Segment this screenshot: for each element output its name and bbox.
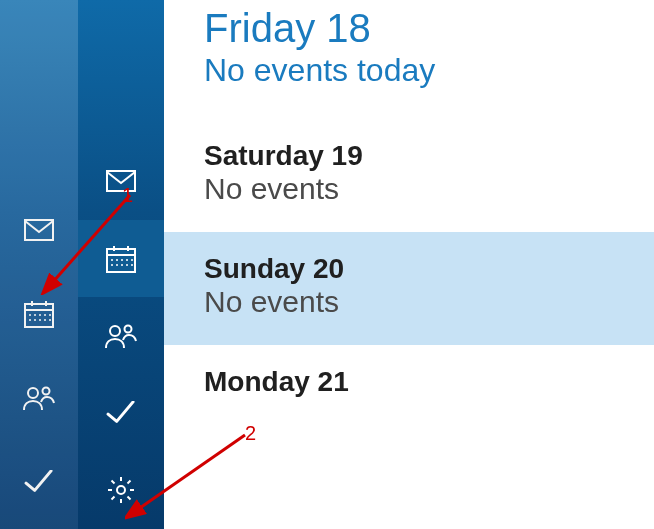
svg-point-30 <box>111 259 113 261</box>
svg-point-16 <box>44 314 46 316</box>
day-row[interactable]: Monday 21 <box>164 345 654 408</box>
day-row-highlighted[interactable]: Sunday 20 No events <box>164 232 654 345</box>
svg-point-15 <box>39 314 41 316</box>
nav-people[interactable] <box>0 356 78 440</box>
people-icon <box>105 323 137 349</box>
svg-point-14 <box>34 314 36 316</box>
svg-point-38 <box>126 264 128 266</box>
svg-point-32 <box>121 259 123 261</box>
svg-line-47 <box>112 481 115 484</box>
svg-point-22 <box>49 319 51 321</box>
svg-point-18 <box>29 319 31 321</box>
svg-point-42 <box>117 486 125 494</box>
day-row[interactable]: Saturday 19 No events <box>164 119 654 232</box>
calendar-icon <box>24 300 54 328</box>
svg-point-24 <box>43 388 50 395</box>
day-title: Friday 18 <box>204 6 614 50</box>
day-title: Monday 21 <box>204 367 614 398</box>
nav-mail-wide[interactable] <box>78 143 164 220</box>
svg-line-48 <box>128 497 131 500</box>
svg-point-13 <box>29 314 31 316</box>
svg-point-37 <box>121 264 123 266</box>
svg-point-34 <box>131 259 133 261</box>
calendar-icon <box>106 245 136 273</box>
svg-point-23 <box>28 388 38 398</box>
rail-spacer <box>78 0 164 143</box>
todo-icon <box>24 470 54 494</box>
day-subtitle: No events <box>204 285 614 319</box>
day-title: Sunday 20 <box>204 254 614 285</box>
svg-rect-25 <box>107 171 135 191</box>
settings-icon <box>107 476 135 504</box>
svg-point-21 <box>44 319 46 321</box>
svg-point-17 <box>49 314 51 316</box>
nav-calendar[interactable] <box>0 272 78 356</box>
svg-rect-0 <box>25 220 53 240</box>
nav-calendar-wide[interactable] <box>78 220 164 297</box>
nav-todo-wide[interactable] <box>78 374 164 451</box>
nav-people-wide[interactable] <box>78 297 164 374</box>
svg-line-50 <box>128 481 131 484</box>
svg-point-33 <box>126 259 128 261</box>
mail-icon <box>24 219 54 241</box>
day-subtitle: No events today <box>204 52 614 89</box>
nav-mail[interactable] <box>0 188 78 272</box>
svg-point-41 <box>125 325 132 332</box>
svg-point-19 <box>34 319 36 321</box>
todo-icon <box>106 401 136 425</box>
svg-point-31 <box>116 259 118 261</box>
agenda-pane: Friday 18 No events today Saturday 19 No… <box>164 0 654 529</box>
svg-point-20 <box>39 319 41 321</box>
wide-nav-rail <box>78 0 164 529</box>
mail-icon <box>106 170 136 192</box>
svg-line-49 <box>112 497 115 500</box>
day-title: Saturday 19 <box>204 141 614 172</box>
people-icon <box>23 385 55 411</box>
day-today[interactable]: Friday 18 No events today <box>164 0 654 119</box>
narrow-nav-rail <box>0 0 78 529</box>
svg-point-39 <box>131 264 133 266</box>
nav-settings-wide[interactable] <box>78 452 164 529</box>
day-subtitle: No events <box>204 172 614 206</box>
nav-todo[interactable] <box>0 440 78 524</box>
svg-point-40 <box>110 326 120 336</box>
rail-spacer <box>0 0 78 188</box>
svg-point-36 <box>116 264 118 266</box>
svg-point-35 <box>111 264 113 266</box>
